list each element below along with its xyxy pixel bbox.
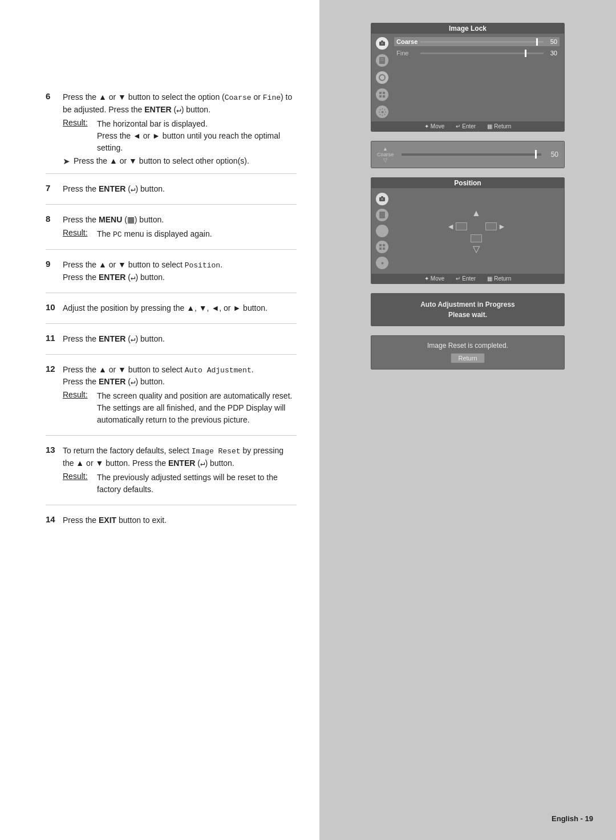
step-8-result-label: Result: [63,228,97,241]
pos-left-group: ◄ [447,222,467,231]
coarse-single-value: 50 [545,151,558,159]
arrow-symbol: ➤ [63,156,70,167]
svg-rect-10 [383,95,385,98]
coarse-value: 50 [546,38,557,45]
fine-label: Fine [396,50,418,56]
step-number-13: 13 [46,445,63,498]
pos-grid: ▲ ◄ [443,205,509,258]
step-12: 12 Press the ▲ or ▼ button to select Aut… [46,364,297,436]
image-lock-footer: ✦ Move ↵ Enter ▦ Return [371,121,564,131]
step-9-text: Press the ▲ or ▼ button to select Positi… [63,259,297,283]
position-title: Position [371,178,564,188]
pos-empty-tr [485,208,506,218]
step-6-result-label: Result: [63,118,97,154]
coarse-single-thumb [535,150,537,159]
step-7-text: Press the ENTER (↵) button. [63,183,297,195]
step-13-result-text: The previously adjusted settings will be… [97,472,297,496]
step-14-text: Press the EXIT button to exit. [63,514,297,526]
icon-doc [376,54,388,67]
image-reset-text: Image Reset is completed. [377,342,558,350]
step-12-result-label: Result: [63,390,97,426]
fine-track [420,52,544,54]
svg-rect-18 [383,244,385,246]
step-6-text: Press the ▲ or ▼ button to select the op… [63,91,297,116]
step-13-result-label: Result: [63,472,97,496]
footer-move: ✦ Move [424,123,444,129]
fine-thumb [525,50,526,57]
step-8: 8 Press the MENU (▦) button. Result: The… [46,214,297,250]
step-11-content: Press the ENTER (↵) button. [63,333,297,347]
step-12-content: Press the ▲ or ▼ button to select Auto A… [63,364,297,429]
auto-adjust-line2: Please wait. [377,310,558,320]
step-number-7: 7 [46,183,63,197]
step-number-9: 9 [46,259,63,286]
pos-box-down [471,234,482,242]
coarse-single-label: Coarse [377,152,394,157]
footer-enter: ↵ Enter [456,123,476,129]
step-8-result: Result: The PC menu is displayed again. [63,228,297,241]
step-number-10: 10 [46,302,63,316]
coarse-arrows: ▲ Coarse ▽ [377,146,394,163]
coarse-single-body: ▲ Coarse ▽ 50 [371,141,564,168]
fine-row: Fine 30 [394,48,560,58]
pos-center-cell [471,222,482,231]
pos-left-icon: ◄ [447,222,455,231]
pos-icon-gear [376,257,388,269]
svg-rect-7 [379,92,382,94]
pos-down-arrow: ▽ [471,234,482,254]
step-8-text: Press the MENU (▦) button. [63,214,297,226]
step-10: 10 Adjust the position by pressing the ▲… [46,302,297,324]
svg-point-21 [381,262,383,264]
step-6-result-text: The horizontal bar is displayed. Press t… [97,118,297,154]
step-number-12: 12 [46,364,63,429]
svg-rect-19 [379,247,382,250]
page-footer: English - 19 [552,814,593,823]
pos-down-group: ▽ [471,234,482,254]
svg-rect-8 [383,92,385,94]
step-14-content: Press the EXIT button to exit. [63,514,297,529]
step-14: 14 Press the EXIT button to exit. [46,514,297,535]
return-button[interactable]: Return [451,353,484,363]
svg-point-6 [379,75,385,80]
pos-icon-grid [376,241,388,253]
diagram-position: Position [371,177,565,284]
step-7-content: Press the ENTER (↵) button. [63,183,297,197]
svg-rect-14 [381,196,383,197]
diagram-coarse-single: ▲ Coarse ▽ 50 [371,141,565,168]
step-10-content: Adjust the position by pressing the ▲, ▼… [63,302,297,316]
step-12-text: Press the ▲ or ▼ button to select Auto A… [63,364,297,388]
coarse-label: Coarse [396,38,418,45]
pos-empty-br [485,234,506,254]
svg-point-16 [379,228,385,234]
icon-grid [376,88,388,101]
step-8-result-text: The PC menu is displayed again. [97,228,297,241]
step-11: 11 Press the ENTER (↵) button. [46,333,297,355]
pos-grid-container: ▲ ◄ [393,193,560,269]
diagram-image-reset: Image Reset is completed. Return [371,335,565,370]
icon-circle [376,71,388,84]
pos-empty-bl [447,234,467,254]
position-body: ▲ ◄ [371,188,564,274]
step-11-text: Press the ENTER (↵) button. [63,333,297,345]
left-content: 6 Press the ▲ or ▼ button to select the … [0,0,319,840]
step-13-result: Result: The previously adjusted settings… [63,472,297,496]
step-9: 9 Press the ▲ or ▼ button to select Posi… [46,259,297,293]
coarse-row: Coarse 50 [394,37,560,46]
position-footer: ✦ Move ↵ Enter ▦ Return [371,274,564,283]
step-10-text: Adjust the position by pressing the ▲, ▼… [63,302,297,314]
auto-adjust-line1: Auto Adjustment in Progress [377,299,558,310]
step-number-6: 6 [46,91,63,167]
step-number-8: 8 [46,214,63,243]
diagram-auto-adjust: Auto Adjustment in Progress Please wait. [371,293,565,326]
pos-down-icon: ▽ [473,244,480,254]
pos-icons [376,193,388,269]
step-6-note: ➤ Press the ▲ or ▼ button to select othe… [63,156,297,167]
step-13-text: To return the factory defaults, select I… [63,445,297,469]
step-6-content: Press the ▲ or ▼ button to select the op… [63,91,297,167]
pos-icon-ring [376,225,388,237]
pos-up-arrow: ▲ [471,208,482,218]
pos-box-left [456,222,467,230]
pos-left-arrow: ◄ [447,222,467,231]
footer-return: ▦ Return [487,123,511,129]
coarse-thumb [536,38,538,46]
